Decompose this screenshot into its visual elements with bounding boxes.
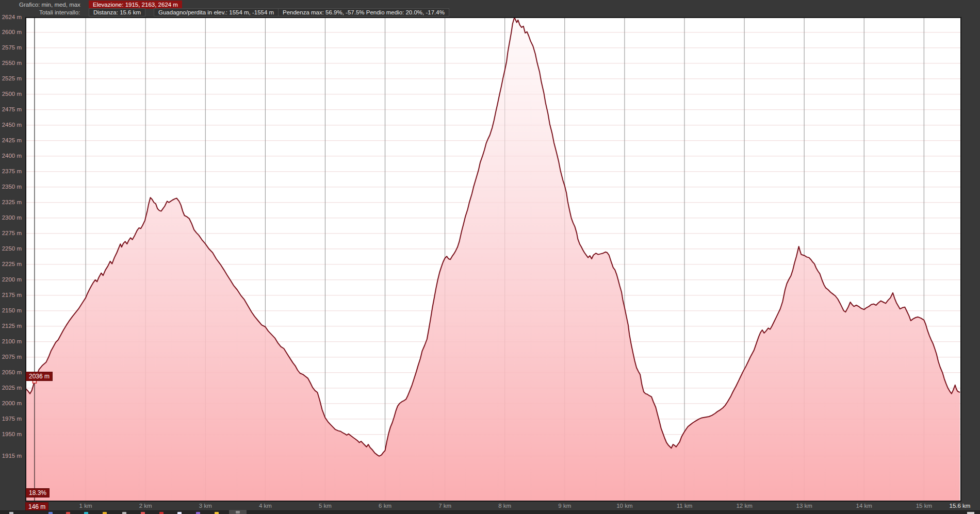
y-axis-tick: 2575 m	[0, 44, 22, 51]
y-axis-tick: 2075 m	[0, 354, 22, 360]
x-axis-tick: 15.6 km	[944, 503, 975, 509]
y-axis-tick: 1950 m	[0, 431, 22, 437]
y-axis-tick: 2050 m	[0, 369, 22, 375]
x-axis-tick: 13 km	[789, 503, 820, 509]
favicon-blue[interactable]	[48, 512, 53, 514]
y-axis-tick: 1915 m	[0, 453, 22, 459]
y-axis-tick: 2125 m	[0, 323, 22, 329]
y-axis-tick: 2450 m	[0, 122, 22, 128]
y-axis-tick: 2624 m	[0, 14, 22, 20]
arrow-icon	[236, 511, 240, 513]
y-axis-tick: 2250 m	[0, 245, 22, 252]
favicon-yellow[interactable]	[103, 512, 107, 514]
x-axis-tick: 1 km	[70, 503, 101, 509]
y-axis-tick: 2325 m	[0, 199, 22, 205]
favicon-darkred[interactable]	[159, 512, 164, 514]
x-axis-tick: 8 km	[489, 503, 520, 509]
favicon-lightgray[interactable]	[122, 512, 126, 514]
y-axis-tick: 2600 m	[0, 29, 22, 35]
favicon-purple[interactable]	[196, 512, 200, 514]
y-axis-tick: 2350 m	[0, 184, 22, 190]
favicon-gold[interactable]	[215, 512, 219, 514]
cursor-elevation-tooltip: 2036 m	[26, 372, 53, 381]
x-axis-tick: 4 km	[250, 503, 281, 509]
x-axis-tick: 12 km	[729, 503, 760, 509]
favicon-sliver[interactable]	[967, 512, 974, 514]
y-axis-tick: 2100 m	[0, 338, 22, 344]
y-axis-tick: 2425 m	[0, 137, 22, 143]
y-axis-tick: 2225 m	[0, 261, 22, 267]
favicon-red[interactable]	[66, 512, 70, 514]
x-axis-tick: 14 km	[848, 503, 879, 509]
x-axis-tick: 6 km	[370, 503, 401, 509]
x-axis-labels: 1 km2 km3 km4 km5 km6 km7 km8 km9 km10 k…	[0, 503, 980, 511]
active-tab-highlight[interactable]	[229, 510, 247, 514]
x-axis-tick: 9 km	[549, 503, 580, 509]
y-axis-tick: 2475 m	[0, 106, 22, 112]
x-axis-tick: 7 km	[430, 503, 461, 509]
elevation-profile-chart[interactable]	[0, 0, 980, 514]
y-axis-tick: 2025 m	[0, 385, 22, 391]
y-axis-tick: 2375 m	[0, 168, 22, 174]
y-axis-tick: 2000 m	[0, 400, 22, 406]
x-axis-tick: 2 km	[130, 503, 161, 509]
favicon-salmon[interactable]	[141, 512, 145, 514]
y-axis-tick: 2150 m	[0, 307, 22, 313]
y-axis-labels: 2624 m2600 m2575 m2550 m2525 m2500 m2475…	[0, 0, 23, 514]
x-axis-tick: 5 km	[309, 503, 340, 509]
y-axis-tick: 2400 m	[0, 153, 22, 159]
x-axis-tick: 15 km	[908, 503, 939, 509]
favicon-cyan[interactable]	[84, 512, 88, 514]
y-axis-tick: 2175 m	[0, 292, 22, 298]
x-axis-tick: 11 km	[669, 503, 700, 509]
cursor-slope-tooltip: 18.3%	[26, 488, 50, 498]
favicon-gray[interactable]	[9, 512, 13, 514]
y-axis-tick: 2300 m	[0, 214, 22, 221]
x-axis-tick: 10 km	[609, 503, 640, 509]
y-axis-tick: 2525 m	[0, 75, 22, 81]
y-axis-tick: 2200 m	[0, 276, 22, 283]
y-axis-tick: 2500 m	[0, 91, 22, 97]
favicon-white[interactable]	[177, 512, 182, 514]
y-axis-tick: 2550 m	[0, 60, 22, 66]
y-axis-tick: 1975 m	[0, 416, 22, 422]
taskbar-strip	[0, 510, 980, 514]
y-axis-tick: 2275 m	[0, 230, 22, 236]
x-axis-tick: 3 km	[190, 503, 221, 509]
